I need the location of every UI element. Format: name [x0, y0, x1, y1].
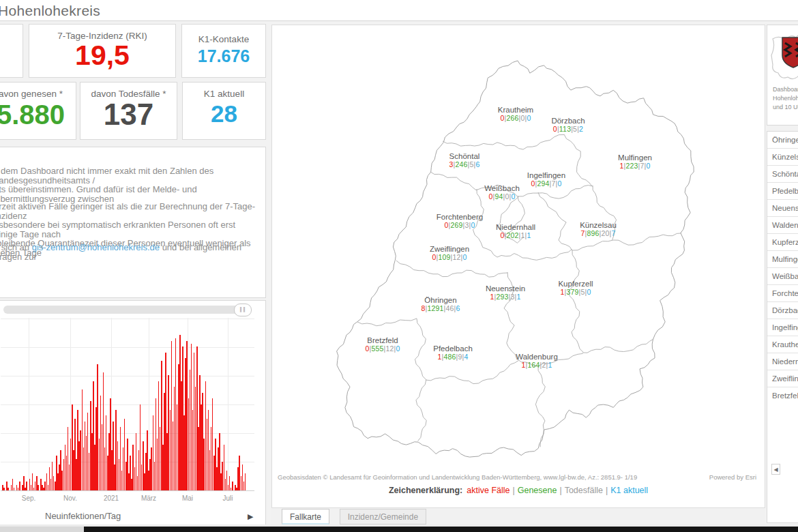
gridline: [1, 347, 254, 348]
list-item[interactable]: Krauthe: [767, 336, 798, 353]
stat-value-recovered: 5.880: [0, 100, 76, 129]
municipality-values: 0|113|5|2: [551, 125, 585, 133]
municipality-values: 0|266|0|0: [498, 114, 533, 122]
gridline: [29, 318, 29, 490]
list-item[interactable]: Kupferze: [767, 233, 798, 250]
map-panel[interactable]: Krautheim0|266|0|0Dörzbach0|113|5|2Schön…: [271, 25, 765, 508]
list-item[interactable]: Schönta: [767, 165, 798, 182]
map-label[interactable]: Pfedelbach1|486|9|4: [433, 344, 473, 361]
stat-card-k1-contacts: K1-Kontakte 17.676: [181, 24, 266, 78]
municipality-values: 0|109|12|0: [430, 253, 469, 261]
x-tick-label: Juli: [222, 494, 233, 502]
x-tick-label: März: [141, 494, 156, 502]
municipality-name: Krautheim: [498, 106, 533, 114]
legend-item: Todesfälle: [565, 486, 603, 495]
sidebar-info-line: und 10 Uhr.: [773, 103, 798, 112]
list-item[interactable]: Ingelfing: [767, 319, 798, 336]
municipality-values: 0|94|0|0: [484, 192, 520, 201]
list-item[interactable]: Mulfinge: [767, 250, 798, 267]
legend-item: K1 aktuell: [610, 486, 648, 495]
powered-by-esri: Powered by Esri: [709, 473, 756, 481]
legend-label: Zeichenerklärung:: [389, 486, 462, 495]
chart-footer-label: Neuinfektionen/Tag: [45, 507, 121, 525]
municipality-values: 3|246|5|6: [449, 160, 479, 168]
list-item[interactable]: Waldenb: [767, 216, 798, 233]
bar: [245, 473, 246, 490]
municipality-values: 1|379|5|0: [558, 288, 593, 296]
info-text-line: nsbesondere bei symptomatisch erkrankten…: [0, 220, 258, 239]
municipality-name: Dörzbach: [551, 117, 585, 125]
map-label[interactable]: Schöntal3|246|5|6: [449, 152, 479, 168]
legend-item: aktive Fälle: [467, 486, 509, 495]
legend-item: Genesene: [518, 486, 557, 495]
municipality-values: 7|896|20|7: [580, 229, 617, 237]
chart-plot[interactable]: [1, 318, 254, 490]
list-item[interactable]: Öhringe: [767, 132, 798, 148]
list-item[interactable]: Bretzfel: [767, 387, 798, 404]
map-label[interactable]: Forchtenberg0|269|3|0: [437, 213, 483, 229]
tab-inzidenz-gemeinde[interactable]: Inzidenz/Gemeinde: [340, 509, 426, 524]
info-paragraph: s dem Dashboard nicht immer exakt mit de…: [0, 166, 258, 203]
gridline: [228, 318, 228, 490]
stat-card-deaths: davon Todesfälle * 137: [80, 82, 177, 140]
municipality-values: 0|269|3|0: [437, 221, 483, 229]
municipality-name: Pfedelbach: [433, 344, 473, 353]
bar: [232, 482, 233, 490]
municipality-name: Zweiflingen: [430, 245, 469, 253]
tab-bar: FallkarteInzidenz/Gemeinde: [271, 509, 765, 525]
email-link[interactable]: gis-zentrum@hohenlohekreis.de: [32, 242, 160, 252]
map-label[interactable]: Künzelsau7|896|20|7: [580, 221, 617, 237]
map-label[interactable]: Zweiflingen0|109|12|0: [430, 245, 469, 261]
list-item[interactable]: Pfedelba: [767, 182, 798, 199]
list-item[interactable]: Künzelsa: [767, 148, 798, 165]
bottom-strip: [0, 527, 84, 532]
stat-value-k1-contacts: 17.676: [182, 47, 265, 65]
map-label[interactable]: Waldenburg1|164|2|1: [516, 353, 558, 369]
list-item[interactable]: Forchter: [767, 284, 798, 301]
info-text-line: uts übereinstimmen. Grund dafür ist der …: [0, 185, 258, 203]
bottom-taskbar: [84, 527, 798, 532]
list-item[interactable]: Zweifling: [767, 370, 798, 387]
info-paragraph: e sich an gis-zentrum@hohenlohekreis.de …: [0, 243, 258, 261]
municipality-name: Neuenstein: [486, 284, 525, 293]
gridline: [1, 404, 254, 405]
chart-next-arrow-icon[interactable]: ▶: [248, 507, 253, 525]
attribution: Geobasisdaten © Landesamt für Geoinforma…: [278, 473, 637, 481]
gridline: [1, 376, 254, 376]
gridline: [1, 319, 254, 319]
sidebar-info-line: Hohenlohe: [773, 94, 798, 103]
map-label[interactable]: Ingelfingen0|294|7|0: [527, 171, 565, 188]
map-label[interactable]: Neuenstein1|293|3|1: [486, 284, 525, 301]
chart-card: ∥∥ Sep.Nov.2021MärzMaiJuli Neuinfektione…: [0, 300, 266, 527]
chart-slider-handle[interactable]: ∥∥: [234, 304, 252, 316]
sidebar-info-line: Dashboard: [773, 85, 798, 94]
municipality-name: Weißbach: [484, 184, 520, 192]
header-divider: [0, 20, 798, 21]
map-label[interactable]: Niedernhall0|202|1|1: [496, 223, 535, 239]
map-label[interactable]: Dörzbach0|113|5|2: [551, 117, 585, 133]
stat-label-recovered: avon genesen *: [0, 89, 76, 99]
municipality-values: 8|1291|46|6: [421, 304, 460, 312]
municipality-values: 1|223|7|0: [618, 162, 652, 170]
map-label[interactable]: Krautheim0|266|0|0: [498, 106, 533, 122]
list-item[interactable]: Neuenst: [767, 199, 798, 216]
list-item[interactable]: Niedern: [767, 353, 798, 370]
map-label[interactable]: Kupferzell1|379|5|0: [558, 280, 593, 296]
stat-value-k1-current: 28: [183, 102, 265, 127]
list-item[interactable]: Weißbac: [767, 267, 798, 284]
list-item[interactable]: Dörzbac: [767, 301, 798, 319]
map-label[interactable]: Mulfingen1|223|7|0: [618, 153, 652, 170]
collapse-arrow-icon[interactable]: ◀: [771, 464, 780, 475]
map-label[interactable]: Öhringen8|1291|46|6: [421, 296, 460, 312]
map-label[interactable]: Bretzfeld0|555|12|0: [365, 336, 400, 353]
tab-fallkarte[interactable]: Fallkarte: [282, 509, 329, 524]
chart-range-slider-track[interactable]: [3, 306, 249, 314]
x-tick-label: Nov.: [63, 494, 77, 502]
map-label[interactable]: Weißbach0|94|0|0: [484, 184, 520, 201]
chart-baseline: [1, 490, 254, 491]
stat-card-k1-current: K1 aktuell 28: [182, 82, 266, 140]
stat-value-deaths: 137: [80, 99, 177, 130]
municipality-name: Bretzfeld: [365, 336, 400, 344]
district-map: [272, 25, 765, 507]
municipality-name: Mulfingen: [618, 153, 652, 162]
